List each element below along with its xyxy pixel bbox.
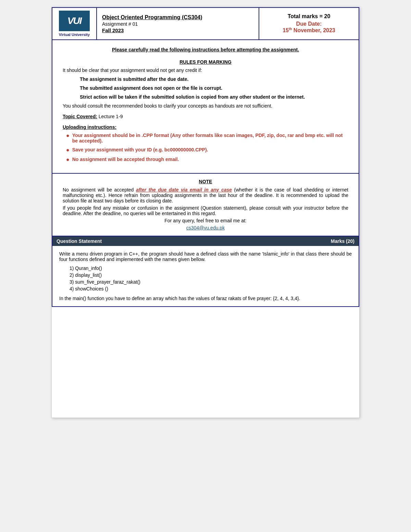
question-body: Write a menu driven program in C++, the … (52, 246, 359, 306)
instruction-header: Please carefully read the following inst… (63, 47, 348, 52)
semester: Fall 2023 (102, 27, 253, 33)
rules-header: RULES FOR MARKING (63, 59, 348, 65)
topic-covered: Topic Covered: Lecture 1-9 (63, 114, 348, 119)
due-date-label: Due Date: (266, 21, 352, 27)
total-marks: Total marks = 20 (266, 13, 352, 20)
rule-item-3: Strict action will be taken if the submi… (80, 94, 348, 100)
consult-note: You should consult the recommended books… (63, 103, 348, 109)
logo-cell: VUI Virtual University (52, 8, 97, 40)
header-info-cell: Object Oriented Programming (CS304) Assi… (97, 8, 259, 40)
upload-item-3: No assignment will be accepted through e… (66, 157, 348, 163)
function-list: 1) Quran_info() 2) display_list() 3) sum… (59, 265, 352, 292)
header-table: VUI Virtual University Object Oriented P… (52, 7, 359, 40)
page: VUI Virtual University Object Oriented P… (51, 7, 360, 418)
note-text-1: No assignment will be accepted after the… (63, 187, 348, 203)
question-header-left: Question Statement (57, 238, 102, 244)
email-address: cs304@vu.edu.pk (63, 225, 348, 231)
note-text-2: If you people find any mistake or confus… (63, 205, 348, 216)
upload-item-2: Save your assignment with your ID (e.g. … (66, 147, 348, 153)
main-content: Please carefully read the following inst… (52, 40, 359, 174)
question-header-right: Marks (20) (331, 238, 354, 244)
vu-logo: VUI (59, 11, 90, 31)
header-marks-cell: Total marks = 20 Due Date: 15th November… (259, 8, 359, 40)
note-header: NOTE (63, 179, 348, 184)
function-item-4: 4) showChoices () (70, 286, 352, 292)
email-prompt: For any query, feel free to email me at: (63, 218, 348, 223)
assignment-no: Assignment # 01 (102, 21, 253, 27)
email-link[interactable]: cs304@vu.edu.pk (186, 225, 225, 231)
vu-logo-text: VUI (67, 15, 82, 26)
uploading-label: Uploading instructions: (63, 124, 348, 130)
rule-item-1: The assignment is submitted after the du… (80, 76, 348, 82)
question-text: Write a menu driven program in C++, the … (59, 251, 352, 262)
rules-intro: It should be clear that your assignment … (63, 67, 348, 73)
upload-list: Your assignment should be in .CPP format… (63, 133, 348, 163)
due-date-value: 15th November, 2023 (266, 27, 352, 34)
vu-label: Virtual University (55, 33, 94, 37)
question-section: Question Statement Marks (20) Write a me… (52, 236, 359, 307)
upload-item-1: Your assignment should be in .CPP format… (66, 133, 348, 144)
rule-item-2: The submitted assignment does not open o… (80, 85, 348, 91)
note-section: NOTE No assignment will be accepted afte… (52, 174, 359, 236)
in-main-text: In the main() function you have to defin… (59, 296, 352, 301)
topic-label: Topic Covered: (63, 114, 97, 119)
question-header: Question Statement Marks (20) (52, 236, 359, 246)
function-item-3: 3) sum_five_prayer_faraz_rakat() (70, 279, 352, 285)
course-title: Object Oriented Programming (CS304) (102, 14, 253, 21)
note-italic: after the due date via email in any case (136, 187, 232, 193)
function-item-2: 2) display_list() (70, 272, 352, 278)
function-item-1: 1) Quran_info() (70, 265, 352, 271)
